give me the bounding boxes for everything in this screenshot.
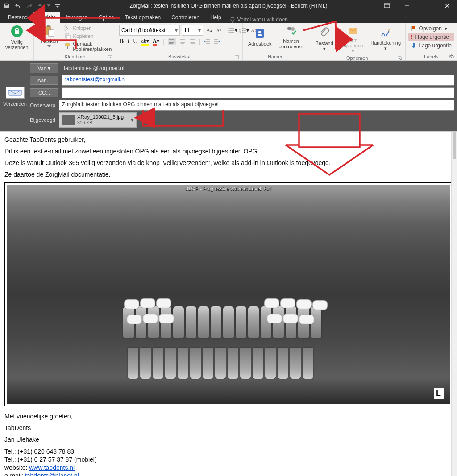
knippen-label: Knippen [73, 25, 91, 31]
svg-rect-4 [15, 30, 19, 34]
handtekening-button[interactable]: Handtekening▾ [369, 26, 403, 52]
check-names-icon [285, 25, 297, 37]
opmaak-button[interactable]: Opmaak kopiëren/plakken [63, 41, 113, 52]
dialog-launcher-icon[interactable] [397, 56, 402, 61]
paragraph-2: Deze is vanuit Outlook 365 veilig verzon… [4, 159, 453, 166]
item-bijvoegen-button[interactable]: Itembijvoegen ▾ [339, 24, 367, 54]
svg-text:L: L [436, 389, 441, 398]
scrollbar-thumb[interactable] [453, 132, 456, 159]
chevron-down-icon[interactable]: ▾ [131, 117, 133, 123]
item-line1: Item [348, 37, 357, 43]
window-title: ZorgMail: testen insluiten OPG binnen ma… [130, 3, 328, 9]
qat-customize-icon[interactable] [55, 4, 60, 8]
chevron-down-icon[interactable]: ▾ [173, 25, 179, 35]
tab-invoegen[interactable]: Invoegen [60, 12, 93, 23]
grow-font-icon[interactable]: A▴ [205, 27, 213, 34]
align-right-icon[interactable] [189, 39, 195, 44]
format-painter-icon [64, 43, 71, 50]
tab-tekstopmaken[interactable]: Tekst opmaken [119, 12, 166, 23]
align-left-icon[interactable] [168, 38, 176, 45]
svg-point-22 [287, 27, 291, 30]
chevron-down-icon[interactable]: ▾ [196, 25, 203, 35]
highlight-icon[interactable]: ab▾ [141, 38, 149, 45]
onderwerp-label: Onderwerp [30, 103, 55, 108]
send-area[interactable]: Verzenden [3, 63, 27, 128]
minimize-button[interactable] [397, 0, 417, 12]
hoge-urgentie-button[interactable]: !Hoge urgentie [408, 33, 454, 41]
ribbon-tabs: Bestand Bericht Invoegen Opties Tekst op… [0, 12, 457, 23]
embedded-image: 01/XP - Progressive Wavelet Level: Full … [4, 182, 453, 406]
adresboek-label: Adresboek [248, 41, 272, 46]
van-button[interactable]: Van ▾ [30, 63, 58, 73]
hoge-label: Hoge urgentie [415, 34, 449, 40]
veilig-verzenden-button[interactable]: Veiligverzenden [3, 24, 31, 51]
aan-button[interactable]: Aan... [30, 76, 58, 85]
tell-me[interactable]: Vertel wat u wilt doen [229, 17, 288, 23]
compose-header: Verzenden Van ▾ tabdentstest@zorgmail.nl… [0, 61, 457, 131]
cc-button[interactable]: CC... [30, 88, 58, 97]
svg-point-15 [228, 30, 230, 31]
send-icon [6, 87, 25, 99]
tab-controleren[interactable]: Controleren [166, 12, 205, 23]
namen-controleren-button[interactable]: Namencontroleren [276, 24, 306, 50]
tab-bestand[interactable]: Bestand [3, 12, 33, 23]
down-icon[interactable] [46, 4, 51, 8]
font-size-combo[interactable]: ▾ [182, 25, 203, 36]
redo-icon[interactable] [26, 3, 33, 9]
font-size-input[interactable] [182, 25, 196, 35]
font-family-input[interactable] [120, 25, 173, 35]
attachment-size: 309 KB [77, 120, 124, 126]
underline-icon[interactable]: U [133, 37, 138, 45]
bullets-icon[interactable]: ▾ [228, 27, 237, 33]
close-button[interactable] [437, 0, 457, 12]
tab-bericht[interactable]: Bericht [33, 12, 60, 23]
cc-input[interactable] [62, 87, 454, 98]
font-color-icon[interactable]: A▾ [153, 38, 159, 45]
outdent-icon[interactable] [204, 39, 210, 44]
signature-brand: TabDents [4, 424, 453, 431]
lage-urgentie-button[interactable]: Lage urgentie [408, 41, 454, 50]
bijgevoegd-label: Bijgevoegd [30, 117, 55, 123]
svg-rect-1 [425, 4, 429, 8]
low-importance-icon [411, 43, 416, 48]
indent-icon[interactable] [214, 39, 220, 44]
svg-point-16 [228, 32, 230, 33]
dialog-launcher-icon[interactable] [108, 55, 112, 59]
bestand-bijvoegen-button[interactable]: Bestand▾ [312, 26, 337, 52]
email-link[interactable]: tabdents@planet.nl [25, 472, 79, 476]
verzenden-label: Verzenden [3, 101, 27, 107]
font-family-combo[interactable]: ▾ [119, 25, 180, 36]
adresboek-button[interactable]: Adresboek [245, 26, 274, 47]
maximize-button[interactable] [417, 0, 437, 12]
save-icon[interactable] [4, 3, 10, 9]
opnemen-group-label: Opnemen [346, 55, 368, 61]
up-icon[interactable] [37, 4, 42, 8]
svg-point-23 [291, 27, 295, 31]
signature-name: Jan Ulehake [4, 436, 453, 443]
mail-body[interactable]: Geachte TabDents gebruiker, Dit is een t… [0, 131, 457, 476]
address-book-icon [253, 27, 266, 40]
lightbulb-icon [229, 17, 236, 23]
shrink-font-icon[interactable]: A▾ [215, 28, 223, 33]
website-link[interactable]: www.tabdents.nl [29, 464, 75, 471]
tab-opties[interactable]: Opties [93, 12, 120, 23]
undo-icon[interactable] [14, 3, 21, 9]
attachment-thumbnail-icon [62, 115, 75, 125]
bold-icon[interactable]: B [119, 37, 124, 45]
onderwerp-input[interactable]: ZorgMail: testen insluiten OPG binnen ma… [59, 100, 454, 111]
ribbon-display-icon[interactable] [377, 0, 397, 12]
align-center-icon[interactable] [179, 39, 186, 44]
collapse-ribbon-icon[interactable] [449, 54, 454, 58]
aan-input[interactable]: tabdentstest@zorgmail.nl [62, 75, 454, 86]
tab-help[interactable]: Help [205, 12, 227, 23]
knippen-button: Knippen [63, 25, 113, 32]
attachment-chip[interactable]: XRay_100021_5.jpg 309 KB ▾ [59, 112, 137, 128]
dialog-launcher-icon[interactable] [234, 55, 239, 59]
svg-rect-6 [47, 25, 50, 27]
plakken-button[interactable]: Plakken [37, 24, 62, 48]
opvolgen-button[interactable]: Opvolgen ▾ [408, 25, 454, 33]
signature-icon [380, 27, 391, 39]
italic-icon[interactable]: I [127, 37, 129, 45]
svg-point-2 [231, 17, 234, 21]
scrollbar[interactable] [451, 132, 457, 476]
